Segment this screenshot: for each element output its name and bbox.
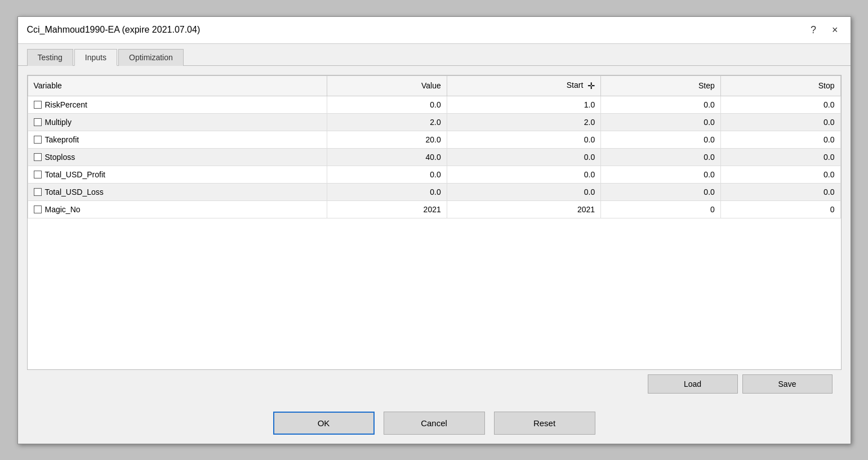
step-cell[interactable]: 0.0 xyxy=(601,131,721,148)
row-checkbox[interactable] xyxy=(34,206,42,213)
footer-buttons: OK Cancel Reset xyxy=(18,405,851,444)
value-cell[interactable]: 20.0 xyxy=(327,131,447,148)
stop-cell[interactable]: 0.0 xyxy=(720,131,840,148)
table-row: Multiply2.02.00.00.0 xyxy=(28,113,840,131)
col-header-stop: Stop xyxy=(720,75,840,96)
value-cell[interactable]: 0.0 xyxy=(327,183,447,200)
step-cell[interactable]: 0.0 xyxy=(601,148,721,166)
ok-button[interactable]: OK xyxy=(273,412,375,435)
title-bar: Cci_Mahmoud1990-EA (expire 2021.07.04) ?… xyxy=(18,17,851,44)
row-checkbox[interactable] xyxy=(34,118,42,126)
close-button[interactable]: × xyxy=(829,23,842,37)
dialog: Cci_Mahmoud1990-EA (expire 2021.07.04) ?… xyxy=(17,16,851,444)
table-header-row: Variable Value Start ✛ Step xyxy=(28,75,840,96)
help-button[interactable]: ? xyxy=(807,23,820,37)
variable-name: RiskPercent xyxy=(45,100,87,109)
load-save-section: Load Save xyxy=(27,370,842,396)
start-cell[interactable]: 0.0 xyxy=(447,131,600,148)
inputs-table: Variable Value Start ✛ Step xyxy=(28,75,841,218)
resize-cursor-icon: ✛ xyxy=(587,81,595,91)
stop-cell[interactable]: 0 xyxy=(720,200,840,218)
table-row: Magic_No2021202100 xyxy=(28,200,840,218)
reset-button[interactable]: Reset xyxy=(494,412,595,435)
start-cell[interactable]: 0.0 xyxy=(447,166,600,183)
variable-cell: Total_USD_Loss xyxy=(28,183,327,200)
start-cell[interactable]: 0.0 xyxy=(447,148,600,166)
tab-inputs[interactable]: Inputs xyxy=(74,49,117,66)
cancel-button[interactable]: Cancel xyxy=(384,412,485,435)
start-cell[interactable]: 2021 xyxy=(447,200,600,218)
row-checkbox[interactable] xyxy=(34,153,42,161)
tab-optimization[interactable]: Optimization xyxy=(118,49,184,66)
step-cell[interactable]: 0.0 xyxy=(601,183,721,200)
table-row: RiskPercent0.01.00.00.0 xyxy=(28,96,840,113)
table-row: Takeprofit20.00.00.00.0 xyxy=(28,131,840,148)
variable-cell: Magic_No xyxy=(28,200,327,218)
stop-cell[interactable]: 0.0 xyxy=(720,183,840,200)
stop-cell[interactable]: 0.0 xyxy=(720,96,840,113)
table-wrapper[interactable]: Variable Value Start ✛ Step xyxy=(28,75,841,218)
stop-cell[interactable]: 0.0 xyxy=(720,148,840,166)
table-row: Total_USD_Profit0.00.00.00.0 xyxy=(28,166,840,183)
variable-name: Total_USD_Profit xyxy=(45,170,105,179)
col-header-variable: Variable xyxy=(28,75,327,96)
window-title: Cci_Mahmoud1990-EA (expire 2021.07.04) xyxy=(27,25,201,35)
row-checkbox[interactable] xyxy=(34,136,42,144)
table-container: Variable Value Start ✛ Step xyxy=(27,75,842,370)
value-cell[interactable]: 2021 xyxy=(327,200,447,218)
col-header-value: Value xyxy=(327,75,447,96)
col-header-start: Start ✛ xyxy=(447,75,600,96)
content-area: Variable Value Start ✛ Step xyxy=(18,66,851,405)
start-cell[interactable]: 0.0 xyxy=(447,183,600,200)
title-buttons: ? × xyxy=(807,23,842,37)
variable-name: Takeprofit xyxy=(45,135,79,144)
variable-cell: Stoploss xyxy=(28,148,327,166)
variable-cell: Total_USD_Profit xyxy=(28,166,327,183)
variable-name: Multiply xyxy=(45,118,72,127)
step-cell[interactable]: 0.0 xyxy=(601,113,721,131)
row-checkbox[interactable] xyxy=(34,101,42,109)
start-cell[interactable]: 2.0 xyxy=(447,113,600,131)
step-cell[interactable]: 0.0 xyxy=(601,96,721,113)
row-checkbox[interactable] xyxy=(34,188,42,196)
value-cell[interactable]: 0.0 xyxy=(327,96,447,113)
variable-name: Total_USD_Loss xyxy=(45,187,104,196)
tab-testing[interactable]: Testing xyxy=(27,49,73,66)
variable-cell: Multiply xyxy=(28,113,327,131)
variable-name: Magic_No xyxy=(45,205,81,214)
table-row: Total_USD_Loss0.00.00.00.0 xyxy=(28,183,840,200)
table-body: RiskPercent0.01.00.00.0Multiply2.02.00.0… xyxy=(28,96,840,218)
stop-cell[interactable]: 0.0 xyxy=(720,166,840,183)
variable-cell: RiskPercent xyxy=(28,96,327,113)
step-cell[interactable]: 0.0 xyxy=(601,166,721,183)
start-cell[interactable]: 1.0 xyxy=(447,96,600,113)
variable-cell: Takeprofit xyxy=(28,131,327,148)
value-cell[interactable]: 2.0 xyxy=(327,113,447,131)
save-button[interactable]: Save xyxy=(742,374,833,394)
col-header-step: Step xyxy=(601,75,721,96)
tab-bar: Testing Inputs Optimization xyxy=(18,44,851,66)
value-cell[interactable]: 0.0 xyxy=(327,166,447,183)
table-row: Stoploss40.00.00.00.0 xyxy=(28,148,840,166)
value-cell[interactable]: 40.0 xyxy=(327,148,447,166)
stop-cell[interactable]: 0.0 xyxy=(720,113,840,131)
load-button[interactable]: Load xyxy=(648,374,738,394)
variable-name: Stoploss xyxy=(45,153,75,162)
step-cell[interactable]: 0 xyxy=(601,200,721,218)
row-checkbox[interactable] xyxy=(34,171,42,178)
